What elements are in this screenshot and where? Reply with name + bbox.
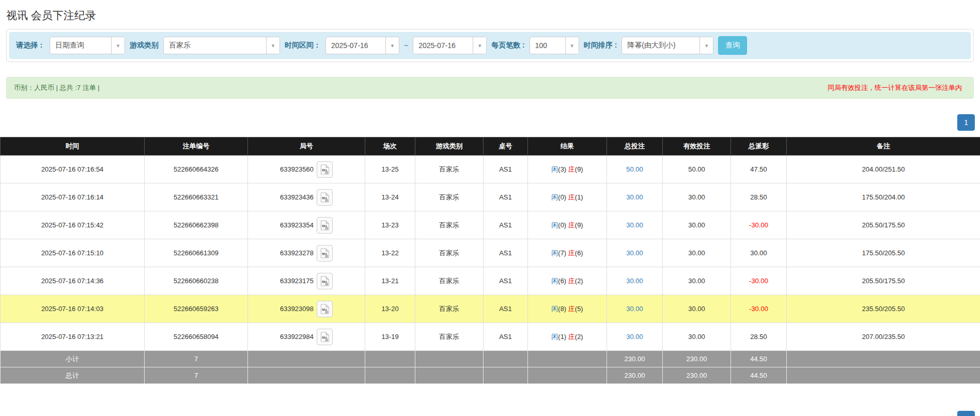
total-bet-cell[interactable]: 50.00 [607, 156, 663, 183]
round-id-cell: 633923560 [248, 156, 365, 183]
banker-score: (9) [575, 221, 583, 229]
player-result: 闲 [551, 277, 558, 285]
column-header: 注单编号 [145, 137, 248, 156]
chevron-down-icon[interactable]: ▾ [111, 37, 125, 54]
valid-bet-cell: 30.00 [663, 211, 731, 239]
video-replay-button[interactable] [317, 217, 333, 234]
filter-panel: 请选择： 日期查询 ▾ 游戏类别 百家乐 ▾ 时间区间： 2025-07-16 … [6, 29, 974, 62]
total-bet-link[interactable]: 30.00 [626, 333, 643, 341]
banker-score: (2) [575, 333, 583, 341]
banker-result: 庄 [568, 333, 575, 341]
round-id-cell: 633923278 [248, 239, 365, 267]
session-cell: 13-21 [365, 267, 415, 295]
total-bet-cell[interactable]: 30.00 [607, 211, 663, 239]
total-bet-cell[interactable]: 30.00 [607, 239, 663, 267]
chevron-down-icon[interactable]: ▾ [565, 37, 579, 54]
page-number-button[interactable]: 1 [957, 411, 975, 416]
total-bet-cell[interactable]: 30.00 [607, 183, 663, 211]
total-bet-cell[interactable]: 30.00 [607, 323, 663, 351]
total-bet-link[interactable]: 30.00 [626, 249, 643, 257]
table-row: 2025-07-16 07:14:36522660660238633923175… [1, 267, 980, 295]
round-id: 633923560 [280, 165, 314, 173]
total-bet-link[interactable]: 30.00 [626, 193, 643, 201]
session-cell: 13-25 [365, 156, 415, 183]
video-replay-button[interactable] [317, 245, 333, 261]
subtotal-row-total-bet: 230.00 [607, 351, 663, 367]
date-to-dropdown[interactable]: 2025-07-16 ▾ [413, 37, 487, 54]
pagination-bottom: 1 [5, 411, 975, 416]
video-replay-button[interactable] [317, 161, 333, 178]
round-id: 633923436 [280, 193, 314, 201]
table-number-cell: AS1 [484, 183, 528, 211]
player-result: 闲 [551, 305, 558, 313]
round-id-cell: 633922984 [248, 323, 365, 351]
bet-id-cell: 522660663321 [145, 183, 248, 211]
column-header: 备注 [787, 137, 980, 156]
table-number-cell: AS1 [484, 211, 528, 239]
table-row: 2025-07-16 07:15:42522660662398633923354… [1, 211, 980, 239]
date-from-dropdown[interactable]: 2025-07-16 ▾ [325, 37, 399, 54]
payout-negative: -30.00 [749, 277, 768, 285]
total-bet-cell[interactable]: 30.00 [607, 295, 663, 323]
total-bet-link[interactable]: 30.00 [626, 305, 643, 313]
subtotal-row-label: 小计 [1, 351, 145, 367]
page-size-dropdown[interactable]: 100 ▾ [530, 37, 579, 54]
payout-cell: 28.50 [731, 323, 787, 351]
chevron-down-icon[interactable]: ▾ [699, 37, 713, 54]
sort-order-dropdown[interactable]: 降幂(由大到小) ▾ [621, 37, 713, 54]
video-replay-button[interactable] [317, 189, 333, 206]
subtotal-row-empty [248, 351, 365, 367]
total-bet-link[interactable]: 30.00 [626, 277, 643, 285]
banker-score: (1) [575, 193, 583, 201]
game-type-cell: 百家乐 [415, 323, 484, 351]
valid-bet-cell: 30.00 [663, 183, 731, 211]
game-type-cell: 百家乐 [415, 239, 484, 267]
video-replay-button[interactable] [317, 301, 333, 317]
chevron-down-icon[interactable]: ▾ [473, 37, 486, 54]
game-type-value: 百家乐 [164, 41, 266, 50]
video-file-icon [320, 304, 330, 314]
round-id: 633922984 [280, 333, 314, 341]
search-button[interactable]: 查询 [718, 36, 747, 55]
result-cell: 闲(3) 庄(9) [528, 156, 607, 183]
total-row-payout: 44.50 [731, 367, 787, 384]
bet-id-cell: 522660664326 [145, 156, 248, 183]
time-cell: 2025-07-16 07:16:54 [1, 156, 145, 183]
payout-cell: 30.00 [731, 239, 787, 267]
select-mode-dropdown[interactable]: 日期查询 ▾ [50, 37, 125, 54]
result-cell: 闲(6) 庄(2) [528, 267, 607, 295]
date-range-label: 时间区间： [285, 41, 321, 50]
page-size-label: 每页笔数 : [491, 41, 525, 50]
total-bet-link[interactable]: 50.00 [626, 165, 643, 173]
session-cell: 13-19 [365, 323, 415, 351]
subtotal-row-empty [528, 351, 607, 367]
video-replay-button[interactable] [317, 273, 333, 289]
table-row: 2025-07-16 07:15:10522660661309633923278… [1, 239, 980, 267]
sort-order-value: 降幂(由大到小) [622, 41, 699, 50]
column-header: 有效投注 [663, 137, 731, 156]
total-bet-cell[interactable]: 30.00 [607, 267, 663, 295]
chevron-down-icon[interactable]: ▾ [385, 37, 399, 54]
chevron-down-icon[interactable]: ▾ [266, 37, 279, 54]
time-cell: 2025-07-16 07:15:42 [1, 211, 145, 239]
result-cell: 闲(0) 庄(9) [528, 211, 607, 239]
valid-bet-cell: 50.00 [663, 156, 731, 183]
bet-id-cell: 522660658094 [145, 323, 248, 351]
player-result: 闲 [551, 333, 558, 341]
total-bet-link[interactable]: 30.00 [626, 221, 643, 229]
game-type-dropdown[interactable]: 百家乐 ▾ [163, 37, 280, 54]
filter-bar: 请选择： 日期查询 ▾ 游戏类别 百家乐 ▾ 时间区间： 2025-07-16 … [9, 32, 971, 59]
subtotal-row-empty [484, 351, 528, 367]
result-cell: 闲(7) 庄(6) [528, 239, 607, 267]
bet-id-cell: 522660662398 [145, 211, 248, 239]
payout-cell: -30.00 [731, 295, 787, 323]
select-mode-label: 请选择： [16, 41, 45, 50]
table-number-cell: AS1 [484, 267, 528, 295]
banker-score: (5) [575, 305, 583, 313]
bet-id-cell: 522660660238 [145, 267, 248, 295]
page-number-button[interactable]: 1 [957, 114, 975, 131]
video-replay-button[interactable] [317, 329, 333, 345]
banker-result: 庄 [568, 193, 575, 201]
video-file-icon [320, 164, 330, 175]
total-row-valid-bet: 230.00 [663, 367, 731, 384]
